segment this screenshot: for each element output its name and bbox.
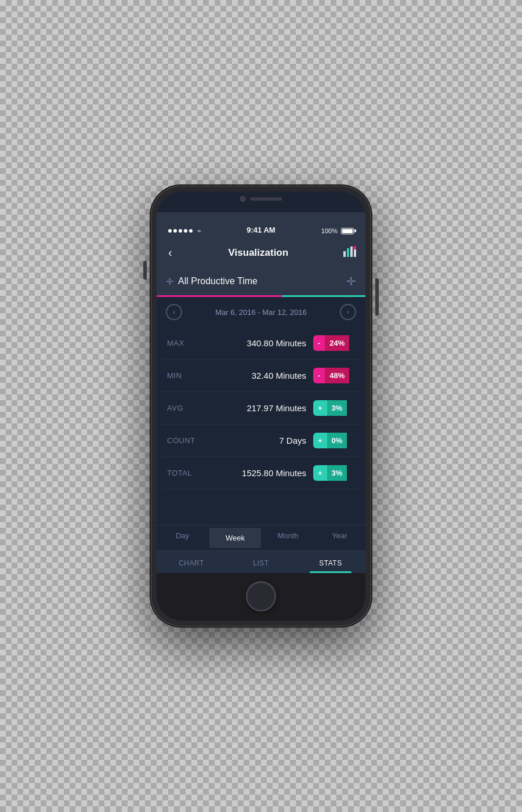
badge-percent-value: 3% [327,400,347,416]
svg-rect-2 [350,246,353,257]
section-header: ✛ All Productive Time ✛ [157,267,365,295]
svg-rect-0 [343,251,346,257]
phone-frame: ≈ 9:41 AM 100% ‹ Visualization [151,186,371,626]
next-date-button[interactable]: › [340,304,356,320]
stat-value-min: 32.40 Minutes [202,371,306,380]
add-section-icon[interactable]: ✛ [346,274,356,288]
stat-label-count: COUNT [167,436,202,445]
bottom-tabs: CHARTLISTSTATS [157,550,365,573]
prev-date-button[interactable]: ‹ [166,304,182,320]
stat-badge-total: + 3% [313,465,355,481]
badge-percent-value: 0% [327,433,347,448]
status-right: 100% [321,227,354,234]
app-header: ‹ Visualization [157,238,365,267]
signal-dots [168,229,193,233]
badge-percent-value: 24% [325,335,349,351]
camera [240,196,246,202]
bottom-tab-chart[interactable]: CHART [157,551,226,573]
svg-rect-1 [347,248,349,257]
stat-row: TOTAL 1525.80 Minutes + 3% [161,457,361,490]
badge-sign-icon: - [313,335,325,351]
stat-label-avg: AVG [167,404,202,412]
phone-notch [240,196,282,202]
signal-dot-4 [184,229,187,233]
next-arrow-icon: › [347,308,349,316]
svg-point-4 [353,246,356,249]
stat-value-count: 7 Days [202,436,306,445]
period-tab-day[interactable]: Day [157,525,208,550]
phone-screen: ≈ 9:41 AM 100% ‹ Visualization [157,191,365,621]
period-tab-year[interactable]: Year [314,525,365,550]
stat-row: AVG 217.97 Minutes + 3% [161,392,361,425]
stat-row: MAX 340.80 Minutes - 24% [161,327,361,360]
prev-arrow-icon: ‹ [173,308,175,316]
stat-badge-min: - 48% [313,368,355,383]
stat-value-avg: 217.97 Minutes [202,403,306,413]
stat-badge-count: + 0% [313,433,355,448]
signal-dot-5 [189,229,193,233]
status-left: ≈ [168,227,201,234]
badge-sign-icon: + [313,433,327,448]
stat-label-max: MAX [167,339,202,347]
battery-percent: 100% [321,227,338,234]
svg-rect-3 [354,249,356,257]
status-time: 9:41 AM [246,226,275,234]
stats-container: MAX 340.80 Minutes - 24% MIN 32.40 Minut… [157,327,365,525]
period-tab-month[interactable]: Month [262,525,314,550]
stat-row: COUNT 7 Days + 0% [161,425,361,457]
period-tabs: DayWeekMonthYear [157,525,365,550]
stat-label-total: TOTAL [167,469,202,477]
section-plus-icon: ✛ [166,276,173,287]
home-button[interactable] [246,581,276,611]
battery-fill [342,229,353,233]
bottom-tab-stats[interactable]: STATS [296,551,365,573]
signal-dot-2 [173,229,177,233]
stat-label-min: MIN [167,371,202,380]
badge-sign-icon: + [313,400,327,416]
stat-row: MIN 32.40 Minutes - 48% [161,360,361,392]
signal-dot-1 [168,229,172,233]
status-bar: ≈ 9:41 AM 100% [157,212,365,238]
signal-dot-3 [179,229,182,233]
badge-sign-icon: - [313,368,325,383]
stat-badge-max: - 24% [313,335,355,351]
date-navigation: ‹ Mar 6, 2016 - Mar 12, 2016 › [157,297,365,327]
section-left: ✛ All Productive Time [166,276,258,287]
home-button-area [157,573,365,621]
stat-value-total: 1525.80 Minutes [202,468,306,478]
stat-value-max: 340.80 Minutes [202,338,306,348]
badge-percent-value: 48% [325,368,349,383]
back-button[interactable]: ‹ [166,244,175,262]
section-title: All Productive Time [178,276,258,287]
chart-view-icon[interactable] [342,245,356,260]
date-range-label: Mar 6, 2016 - Mar 12, 2016 [215,308,307,317]
app-content: ✛ All Productive Time ✛ ‹ Mar 6, 2016 - … [157,267,365,550]
badge-percent-value: 3% [327,465,347,481]
bottom-tab-list[interactable]: LIST [226,551,296,573]
battery-icon [341,228,354,234]
wifi-icon: ≈ [197,227,201,234]
badge-sign-icon: + [313,465,327,481]
stat-badge-avg: + 3% [313,400,355,416]
period-tab-week[interactable]: Week [209,528,261,548]
speaker [251,197,282,201]
app-title: Visualization [229,247,289,259]
